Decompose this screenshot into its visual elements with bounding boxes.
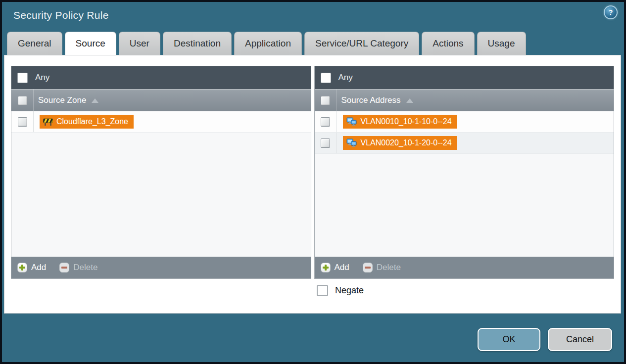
negate-row: Negate [317, 285, 364, 296]
negate-checkbox[interactable] [317, 285, 328, 296]
source-zone-select-all-checkbox[interactable] [18, 96, 27, 105]
address-icon [346, 117, 357, 126]
source-zone-any-header: Any [11, 66, 311, 89]
source-zone-any-checkbox[interactable] [17, 73, 28, 83]
row-checkbox-cell [315, 133, 337, 153]
source-zone-list: Cloudflare_L3_Zone [11, 111, 311, 257]
plus-icon [17, 263, 27, 273]
add-button[interactable]: Add [321, 263, 349, 273]
row-checkbox-cell [315, 111, 337, 132]
source-address-select-all-cell [315, 90, 337, 111]
address-name: VLAN0020_10-1-20-0--24 [361, 138, 452, 147]
ok-button[interactable]: OK [478, 328, 540, 351]
security-policy-rule-dialog: Security Policy Rule ? General Source Us… [2, 2, 624, 362]
source-address-select-all-checkbox[interactable] [321, 96, 330, 105]
address-icon [346, 138, 357, 147]
row-checkbox[interactable] [18, 117, 27, 127]
source-address-any-header: Any [315, 66, 614, 89]
plus-icon [321, 263, 331, 273]
source-address-panel: Any Source Address [314, 66, 615, 279]
table-row-vlan0020[interactable]: VLAN0020_10-1-20-0--24 [315, 133, 614, 154]
source-address-footer: Add Delete [315, 257, 614, 278]
tab-user[interactable]: User [119, 32, 160, 55]
negate-label: Negate [335, 285, 364, 296]
source-zone-select-all-cell [11, 90, 34, 111]
table-row-vlan0010[interactable]: VLAN0010_10-1-10-0--24 [315, 111, 614, 133]
sort-ascending-icon [92, 98, 98, 103]
tab-source[interactable]: Source [65, 32, 116, 55]
address-chip[interactable]: VLAN0010_10-1-10-0--24 [343, 115, 457, 129]
panels-container: Any Source Zone [11, 66, 614, 279]
help-icon[interactable]: ? [605, 6, 617, 18]
minus-icon [59, 263, 69, 273]
row-checkbox[interactable] [321, 117, 330, 127]
source-address-column-label: Source Address [341, 95, 401, 105]
address-chip[interactable]: VLAN0020_10-1-20-0--24 [343, 136, 457, 150]
tab-application[interactable]: Application [234, 32, 302, 55]
tab-service-url-category[interactable]: Service/URL Category [304, 32, 419, 55]
source-address-column-header[interactable]: Source Address [315, 89, 614, 111]
delete-button[interactable]: Delete [59, 263, 97, 273]
tab-destination[interactable]: Destination [163, 32, 232, 55]
source-address-any-checkbox[interactable] [321, 73, 331, 83]
minus-icon [363, 263, 373, 273]
add-label: Add [335, 263, 349, 273]
dialog-actions: OK Cancel [478, 328, 612, 351]
row-checkbox-cell [11, 111, 34, 132]
tab-general[interactable]: General [7, 32, 62, 55]
source-zone-column-header[interactable]: Source Zone [11, 89, 311, 111]
source-address-list: VLAN0010_10-1-10-0--24 [315, 111, 614, 257]
source-zone-footer: Add Delete [11, 257, 311, 278]
dialog-titlebar: Security Policy Rule ? [2, 2, 624, 32]
add-button[interactable]: Add [17, 263, 46, 273]
delete-label: Delete [73, 263, 97, 273]
zone-name: Cloudflare_L3_Zone [56, 117, 128, 126]
row-checkbox[interactable] [321, 138, 330, 148]
address-name: VLAN0010_10-1-10-0--24 [361, 117, 452, 126]
table-row-cloudflare-l3-zone[interactable]: Cloudflare_L3_Zone [11, 111, 311, 133]
add-label: Add [31, 263, 46, 273]
zone-chip[interactable]: Cloudflare_L3_Zone [40, 115, 134, 129]
source-zone-panel: Any Source Zone [11, 66, 311, 279]
zone-icon [43, 118, 53, 126]
source-tab-content: Any Source Zone [4, 55, 621, 314]
source-zone-column-label: Source Zone [38, 95, 86, 105]
source-zone-any-label: Any [35, 73, 49, 83]
tab-bar: General Source User Destination Applicat… [2, 32, 624, 55]
tab-actions[interactable]: Actions [422, 32, 474, 55]
dialog-title: Security Policy Rule [13, 9, 109, 21]
delete-button[interactable]: Delete [363, 263, 401, 273]
delete-label: Delete [377, 263, 401, 273]
sort-ascending-icon [406, 98, 413, 103]
tab-usage[interactable]: Usage [477, 32, 526, 55]
cancel-button[interactable]: Cancel [548, 328, 612, 351]
source-address-any-label: Any [338, 73, 353, 83]
